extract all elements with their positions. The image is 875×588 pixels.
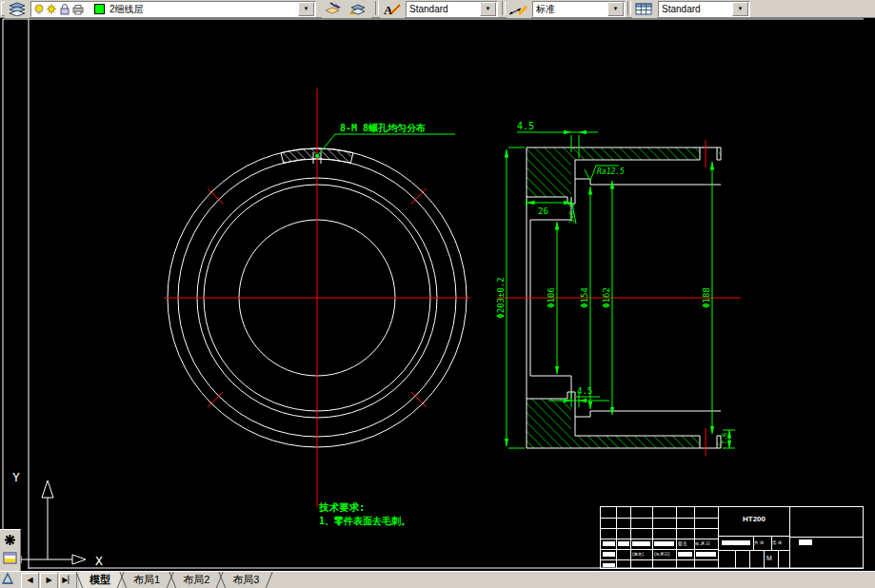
ucs-icon: Y X (12, 470, 103, 568)
layer-combo-value: 2细线层 (107, 3, 298, 16)
section-view: 4.5 26 Ra12.5 3×0.5 Φ203±0.2 Φ106 Φ154 Φ… (496, 121, 741, 456)
dim-inner: Φ188 (702, 287, 711, 308)
tab-layout3-label: 布局3 (232, 574, 259, 585)
hole-leader-label: 8-M 8螺孔均匀分布 (340, 123, 426, 133)
layer-previous-icon (348, 2, 368, 16)
text-style-icon: A (381, 2, 402, 16)
scale-mark-cell: M (766, 555, 772, 561)
titleblock-text-bar (799, 539, 812, 545)
technical-notes: 技术要求: 1、零件表面去毛刺。 (318, 501, 410, 526)
table-style-combo[interactable]: Standard ▼ (658, 1, 750, 17)
table-style-icon (633, 2, 654, 16)
tab-model[interactable]: 模型 (79, 572, 121, 588)
sheet-number-cell: 第 张 (772, 540, 782, 545)
titleblock-text-bar (603, 563, 615, 567)
titleblock-text-bar (632, 541, 650, 546)
layer-combo-dropdown[interactable]: ▼ (298, 2, 314, 16)
titleblock-sign-header: 签名 (678, 540, 687, 546)
svg-text:A: A (384, 3, 393, 16)
text-style-value: Standard (407, 4, 480, 14)
titleblock-sign-cell: (签名) (632, 552, 644, 557)
notes-title: 技术要求: (318, 501, 365, 513)
named-view-icon (3, 551, 17, 565)
dim-bottom-thickness: 4.5 (577, 386, 592, 396)
tab-nav-next-button[interactable]: ▶ (40, 573, 58, 588)
titleblock-text-bar (696, 552, 716, 557)
layer-current-icon (323, 2, 344, 16)
dim-face1: Φ154 (580, 287, 589, 308)
text-style-dropdown[interactable]: ▼ (480, 2, 496, 16)
layer-color-swatch (94, 4, 105, 14)
dim-top-thickness: 4.5 (517, 121, 534, 131)
toolbar-separator (502, 1, 506, 15)
make-object-layer-current-button[interactable] (322, 1, 347, 18)
dim-roughness: Ra12.5 (597, 167, 625, 176)
tab-layout1[interactable]: 布局1 (123, 572, 170, 588)
dim-style-icon (507, 2, 528, 16)
named-view-button[interactable] (2, 550, 20, 568)
layer-previous-button[interactable] (347, 1, 371, 18)
docked-side-toolbar (0, 529, 21, 572)
ucs-y-label: Y (12, 470, 20, 484)
tab-layout2-label: 布局2 (183, 574, 209, 585)
dim-bore: Φ106 (547, 287, 556, 308)
table-style-button[interactable] (632, 1, 657, 18)
docked-toolbar-button[interactable] (0, 572, 17, 587)
sheet-frame (3, 19, 864, 569)
dim-face2: Φ162 (602, 287, 611, 308)
layer-state-icons (33, 3, 92, 15)
tab-nav-prev-button[interactable]: ◀ (21, 573, 39, 588)
ucs-x-label: X (95, 554, 103, 568)
sun-icon (47, 4, 56, 14)
tab-layout3[interactable]: 布局3 (222, 572, 269, 588)
dim-style-value: 标准 (533, 3, 607, 16)
titleblock-text-bar (678, 552, 692, 557)
snap-marker-icon (3, 533, 17, 547)
table-style-dropdown[interactable]: ▼ (732, 2, 748, 16)
printer-icon (73, 6, 83, 15)
text-style-combo[interactable]: Standard ▼ (406, 1, 498, 17)
sheet-count-cell: 共 张 (754, 540, 764, 545)
tab-model-label: 模型 (89, 574, 110, 585)
layer-properties-button[interactable] (5, 1, 30, 18)
layers-icon (6, 2, 27, 16)
text-style-button[interactable]: A (380, 1, 405, 18)
toolbar-separator (627, 1, 631, 15)
dim-flange-width: 26 (538, 206, 548, 216)
tab-layout2[interactable]: 布局2 (172, 572, 220, 588)
table-style-value: Standard (659, 4, 732, 14)
titleblock-text-bar (618, 541, 629, 546)
dim-style-button[interactable] (507, 1, 531, 18)
layer-combo[interactable]: 2细线层 ▼ (30, 1, 316, 17)
dim-style-dropdown[interactable]: ▼ (607, 2, 624, 16)
tab-layout1-label: 布局1 (133, 574, 160, 585)
lightbulb-icon (35, 5, 43, 14)
lock-icon (61, 5, 69, 15)
material-cell: HT200 (719, 515, 789, 523)
dim-style-combo[interactable]: 标准 ▼ (532, 1, 626, 17)
titleblock-text-bar (603, 552, 615, 557)
drawing-graphics: 8-M 8螺孔均匀分布 (0, 0, 875, 588)
titleblock-date-header: 年.月.日 (695, 541, 710, 546)
titleblock-date-cell: (年月日) (654, 552, 670, 557)
toolbar-separator (375, 1, 379, 15)
title-block: 签名 年.月.日 (签名) (年月日) HT200 共 张 第 张 M (600, 506, 864, 569)
autocad-window: 8-M 8螺孔均匀分布 (0, 0, 875, 588)
titleblock-text-bar (603, 541, 615, 546)
dim-groove: 3×0.5 (568, 203, 576, 223)
notes-item: 1、零件表面去毛刺。 (319, 516, 410, 526)
layout-tab-bar: ◀ ▶ ▶▏ 模型 布局1 布局2 布局3 (0, 571, 875, 588)
front-view: 8-M 8螺孔均匀分布 (164, 88, 470, 507)
titleblock-text-bar (722, 540, 750, 545)
snap-settings-button[interactable] (2, 532, 20, 550)
dim-end: 7.6 (721, 433, 728, 445)
tab-nav-last-button[interactable]: ▶▏ (59, 573, 77, 588)
front-centerlines (164, 88, 470, 507)
docked-toolbar-icon (0, 572, 15, 586)
dim-outer: Φ203±0.2 (496, 277, 506, 318)
titleblock-text-bar (654, 541, 674, 546)
top-toolbar: 2细线层 ▼ A Standard (0, 0, 875, 18)
